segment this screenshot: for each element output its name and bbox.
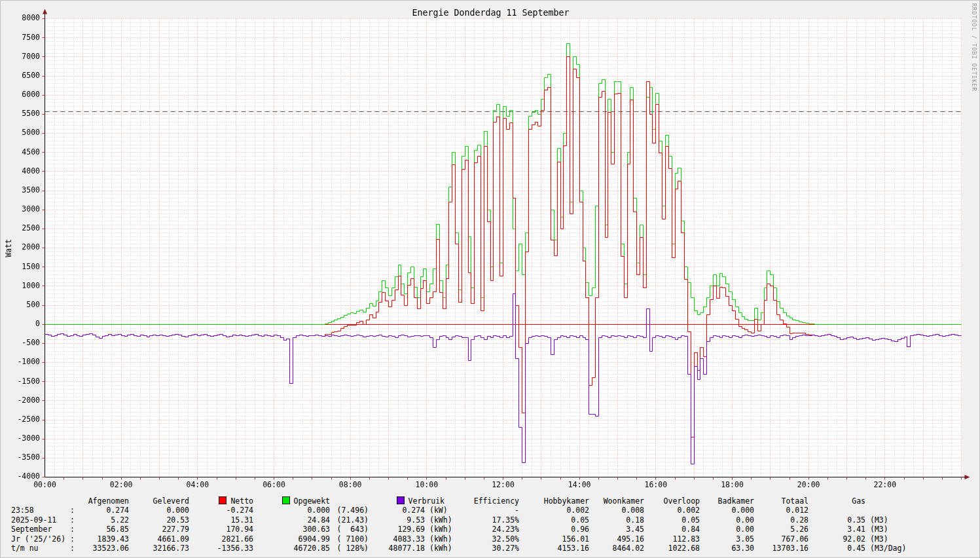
- cell-gas: 92.02: [808, 534, 865, 544]
- cell-afgenomen: 5.22: [75, 515, 129, 525]
- cell-netto: 15.31: [189, 515, 253, 525]
- header-spacer2: [330, 496, 369, 506]
- col-woonkamer: Woonkamer: [589, 496, 644, 506]
- table-row-month: September : 56.85 227.79 170.94 300.63 (…: [11, 525, 913, 534]
- header-spacer3: [865, 496, 913, 506]
- cell-gas-unit: (M3/Dag): [865, 544, 913, 553]
- cell-gas: 0.45: [808, 544, 865, 553]
- cell-woonkamer: 3.45: [589, 525, 644, 534]
- cell-opgewekt-extra: ( 643): [330, 525, 369, 534]
- cell-geleverd: 32166.73: [129, 544, 189, 553]
- cell-gas-unit: [865, 506, 913, 515]
- cell-efficiency: 32.50%: [451, 534, 519, 544]
- table-row-today: 2025-09-11 : 5.22 20.53 15.31 24.84 (21.…: [11, 515, 913, 525]
- cell-netto: -1356.33: [189, 544, 253, 553]
- cell-opgewekt: 24.84: [253, 515, 330, 525]
- cell-afgenomen: 0.274: [75, 506, 129, 515]
- col-efficiency: Efficiency: [451, 496, 519, 506]
- cell-woonkamer: 495.16: [589, 534, 644, 544]
- table-row-total: t/m nu : 33523.06 32166.73 -1356.33 4672…: [11, 544, 913, 553]
- cell-geleverd: 4661.09: [129, 534, 189, 544]
- cell-totaal: 13703.16: [754, 544, 808, 553]
- cell-badkamer: 0.000: [700, 506, 754, 515]
- row-label: Jr ('25/'26) :: [11, 534, 75, 544]
- y-axis-label: Watt: [4, 234, 13, 262]
- rrdtool-energy-graph: Energie Donderdag 11 September Watt RRDT…: [0, 0, 980, 558]
- cell-totaal: 0.012: [754, 506, 808, 515]
- cell-netto: 2821.66: [189, 534, 253, 544]
- verbruik-legend-chip: [397, 496, 405, 504]
- col-verbruik-label: Verbruik: [408, 496, 445, 506]
- row-label: 2025-09-11 :: [11, 515, 75, 525]
- cell-opgewekt: 300.63: [253, 525, 330, 534]
- cell-overloop: 0.002: [644, 506, 700, 515]
- row-label: September :: [11, 525, 75, 534]
- col-netto-label: Netto: [230, 496, 253, 506]
- cell-badkamer: 63.30: [700, 544, 754, 553]
- cell-efficiency: 24.23%: [451, 525, 519, 534]
- cell-totaal: 5.26: [754, 525, 808, 534]
- cell-overloop: 1022.68: [644, 544, 700, 553]
- col-gas: Gas: [808, 496, 865, 506]
- cell-geleverd: 0.000: [129, 506, 189, 515]
- col-netto: Netto: [189, 496, 253, 506]
- cell-opgewekt-extra: ( 128%): [330, 544, 369, 553]
- cell-verbruik-unit: (kWh): [425, 534, 451, 544]
- opgewekt-legend-chip: [282, 496, 290, 504]
- cell-badkamer: 3.05: [700, 534, 754, 544]
- col-geleverd: Geleverd: [129, 496, 189, 506]
- col-badkamer: Badkamer: [700, 496, 754, 506]
- col-totaal: Totaal: [754, 496, 808, 506]
- cell-hobbykamer: 0.96: [519, 525, 589, 534]
- cell-badkamer: 0.00: [700, 525, 754, 534]
- cell-verbruik: 48077.18: [369, 544, 425, 553]
- cell-verbruik: 129.69: [369, 525, 425, 534]
- cell-opgewekt-extra: (21.43): [330, 515, 369, 525]
- cell-verbruik-unit: (kWh): [425, 515, 451, 525]
- cell-netto: -0.274: [189, 506, 253, 515]
- cell-hobbykamer: 0.002: [519, 506, 589, 515]
- cell-gas: [808, 506, 865, 515]
- cell-totaal: 767.06: [754, 534, 808, 544]
- cell-gas-unit: (M3): [865, 525, 913, 534]
- energy-chart-canvas: [1, 1, 980, 493]
- netto-legend-chip: [219, 496, 227, 504]
- header-spacer: [11, 496, 75, 506]
- cell-efficiency: 17.35%: [451, 515, 519, 525]
- rrdtool-watermark: RRDTOOL / TOBI OETIKER: [971, 3, 977, 92]
- row-label: 23:58 :: [11, 506, 75, 515]
- col-verbruik: Verbruik: [369, 496, 451, 506]
- row-label: t/m nu :: [11, 544, 75, 553]
- cell-overloop: 0.05: [644, 515, 700, 525]
- cell-gas: 0.35: [808, 515, 865, 525]
- cell-woonkamer: 8464.02: [589, 544, 644, 553]
- cell-overloop: 0.84: [644, 525, 700, 534]
- cell-verbruik: 4083.33: [369, 534, 425, 544]
- chart-title: Energie Donderdag 11 September: [1, 8, 980, 18]
- table-row-now: 23:58 : 0.274 0.000 -0.274 0.000 (7.496)…: [11, 506, 913, 515]
- cell-hobbykamer: 0.05: [519, 515, 589, 525]
- cell-efficiency: -: [451, 506, 519, 515]
- cell-verbruik-unit: (kWh): [425, 544, 451, 553]
- cell-badkamer: 0.00: [700, 515, 754, 525]
- cell-hobbykamer: 156.01: [519, 534, 589, 544]
- col-afgenomen: Afgenomen: [75, 496, 129, 506]
- cell-geleverd: 227.79: [129, 525, 189, 534]
- cell-efficiency: 30.27%: [451, 544, 519, 553]
- cell-afgenomen: 56.85: [75, 525, 129, 534]
- cell-opgewekt: 6904.99: [253, 534, 330, 544]
- cell-opgewekt: 46720.85: [253, 544, 330, 553]
- table-header-row: Afgenomen Geleverd Netto Opgewekt Verbru…: [11, 496, 913, 506]
- table-row-year: Jr ('25/'26) : 1839.43 4661.09 2821.66 6…: [11, 534, 913, 544]
- cell-woonkamer: 0.008: [589, 506, 644, 515]
- legend-table: Afgenomen Geleverd Netto Opgewekt Verbru…: [11, 496, 913, 553]
- col-overloop: Overloop: [644, 496, 700, 506]
- cell-afgenomen: 33523.06: [75, 544, 129, 553]
- cell-netto: 170.94: [189, 525, 253, 534]
- cell-overloop: 112.83: [644, 534, 700, 544]
- cell-woonkamer: 0.18: [589, 515, 644, 525]
- cell-opgewekt-extra: ( 7100): [330, 534, 369, 544]
- col-opgewekt: Opgewekt: [253, 496, 330, 506]
- cell-hobbykamer: 4153.16: [519, 544, 589, 553]
- cell-verbruik-unit: (kWh): [425, 525, 451, 534]
